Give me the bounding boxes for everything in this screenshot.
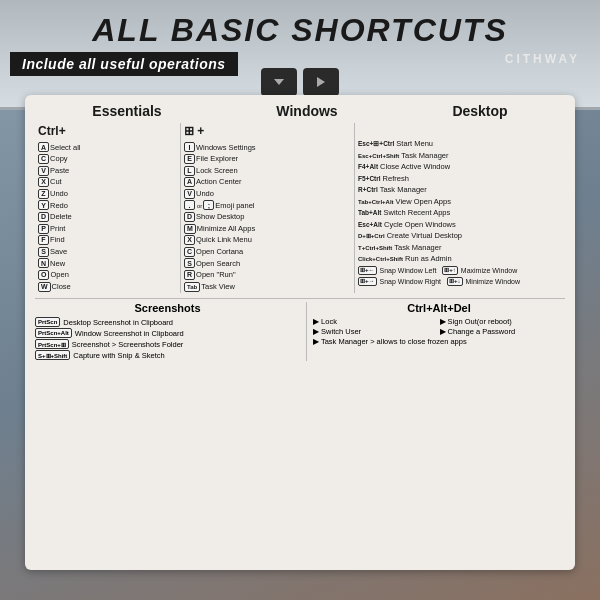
shortcut-d: D Delete [38,212,177,223]
win-r: R Open "Run" [184,270,351,281]
shortcut-f: F Find [38,235,177,246]
shortcut-s: S Save [38,247,177,258]
snap-right-key: ⊞+→ [358,277,377,286]
desk-refresh: F5+Ctrl Refresh [358,174,562,185]
key-v: V [38,166,49,176]
desktop-column: Esc+⊞+Ctrl Start Menu Esc+Ctrl+Shift Tas… [355,123,565,293]
ctrl-title: Ctrl+ [38,123,177,140]
column-headers: Essentials Windows Desktop [35,103,565,119]
cad-title: Ctrl+Alt+Del [313,302,565,314]
desk-viewapps: Tab+Ctrl+Alt View Open Apps [358,197,562,208]
key-win-s: S [184,258,195,268]
key-win-semi: ; [203,200,214,210]
snap-up-key: ⊞+↑ [442,266,458,275]
snap-right: ⊞+→ Snap Window Right ⊞+↓ Minimize Windo… [358,277,562,287]
arrow-right-icon [317,77,325,87]
key-n: N [38,258,49,268]
brand-label: CITHWAY [505,52,580,66]
win-title: ⊞ + [184,123,351,140]
key-snip: S+⊞+Shift [35,350,70,360]
shortcut-p: P Print [38,224,177,235]
key-o: O [38,270,49,280]
key-win-m: M [184,224,196,234]
key-s: S [38,247,49,257]
key-right [303,68,339,96]
desk-switchapps: Tab+Alt Switch Recent Apps [358,208,562,219]
snap-left: ⊞+← Snap Window Left ⊞+↑ Maximize Window [358,266,562,276]
cad-changepassword: ▶ Change a Password [440,327,566,336]
subtitle: Include all useful operations [10,52,238,76]
desk-startmenu: Esc+⊞+Ctrl Start Menu [358,139,562,150]
key-tab: Tab [184,282,200,292]
key-c: C [38,154,49,164]
desk-taskmgr2: R+Ctrl Task Manager [358,185,562,196]
win-s: S Open Search [184,258,351,269]
key-prtscn-win: PrtScn+⊞ [35,339,69,349]
shortcut-v: V Paste [38,166,177,177]
laptop-top: ALL BASIC SHORTCUTS Include all useful o… [0,0,600,110]
shortcut-y: Y Redo [38,200,177,211]
key-x: X [38,177,49,187]
key-d: D [38,212,49,222]
windows-column: ⊞ + I Windows Settings E File Explorer L… [180,123,355,293]
desk-runasadmin: Click+Ctrl+Shift Run as Admin [358,254,562,265]
shortcut-z: Z Undo [38,189,177,200]
arrow-down-icon [274,79,284,85]
cad-grid: ▶ Lock ▶ Sign Out(or reboot) ▶ Switch Us… [313,317,565,346]
key-win-x: X [184,235,195,245]
shortcut-n: N New [38,258,177,269]
cad-taskmgr: ▶ Task Manager > allows to close frozen … [313,337,565,346]
cad-lock: ▶ Lock [313,317,439,326]
win-emoji: . or ; Emoji panel [184,200,351,211]
key-prtscn-alt: PrtScn+Alt [35,328,72,338]
screenshots-title: Screenshots [35,302,300,314]
page-container: ALL BASIC SHORTCUTS Include all useful o… [0,0,600,600]
key-win-c: C [184,247,195,257]
shortcut-c: C Copy [38,154,177,165]
key-win-l: L [184,166,195,176]
key-win-v: V [184,189,195,199]
desk-cycle: Esc+Alt Cycle Open Windows [358,220,562,231]
shortcut-w: W Close [38,282,177,293]
win-c: C Open Cortana [184,247,351,258]
key-z: Z [38,189,49,199]
win-m: M Minimize All Apps [184,224,351,235]
snap-left-key: ⊞+← [358,266,377,275]
essentials-header: Essentials [92,103,161,119]
shortcut-x: X Cut [38,177,177,188]
win-tab: Tab Task View [184,282,351,293]
keyboard-keys [261,68,339,96]
win-l: L Lock Screen [184,166,351,177]
page-title: ALL BASIC SHORTCUTS [0,12,600,49]
key-down [261,68,297,96]
key-a: A [38,142,49,152]
desktop-header: Desktop [452,103,507,119]
screenshots-section: Screenshots PrtScn Desktop Screenshot in… [35,302,300,361]
key-y: Y [38,200,49,210]
win-e: E File Explorer [184,154,351,165]
cad-signout: ▶ Sign Out(or reboot) [440,317,566,326]
ss-prtscn: PrtScn Desktop Screenshot in Clipboard [35,317,300,327]
desk-virtual: D+⊞+Ctrl Create Virtual Desktop [358,231,562,242]
key-p: P [38,224,49,234]
key-win-d: D [184,212,195,222]
bottom-sections: Screenshots PrtScn Desktop Screenshot in… [35,298,565,361]
main-columns: Ctrl+ A Select all C Copy V Paste X Cut [35,123,565,293]
shortcut-a: A Select all [38,142,177,153]
cad-switchuser: ▶ Switch User [313,327,439,336]
desk-taskmgr3: T+Ctrl+Shift Task Manager [358,243,562,254]
desk-close-window: F4+Alt Close Active Window [358,162,562,173]
ss-prtscn-win: PrtScn+⊞ Screenshot > Screenshots Folder [35,339,300,349]
win-i: I Windows Settings [184,142,351,153]
key-win-e: E [184,154,195,164]
windows-header: Windows [276,103,337,119]
key-f: F [38,235,49,245]
ss-snip: S+⊞+Shift Capture with Snip & Sketch [35,350,300,360]
key-win-a: A [184,177,195,187]
key-win-i: I [184,142,195,152]
essentials-column: Ctrl+ A Select all C Copy V Paste X Cut [35,123,180,293]
key-win-r: R [184,270,195,280]
win-a: A Action Center [184,177,351,188]
win-v: V Undo [184,189,351,200]
win-d: D Show Desktop [184,212,351,223]
